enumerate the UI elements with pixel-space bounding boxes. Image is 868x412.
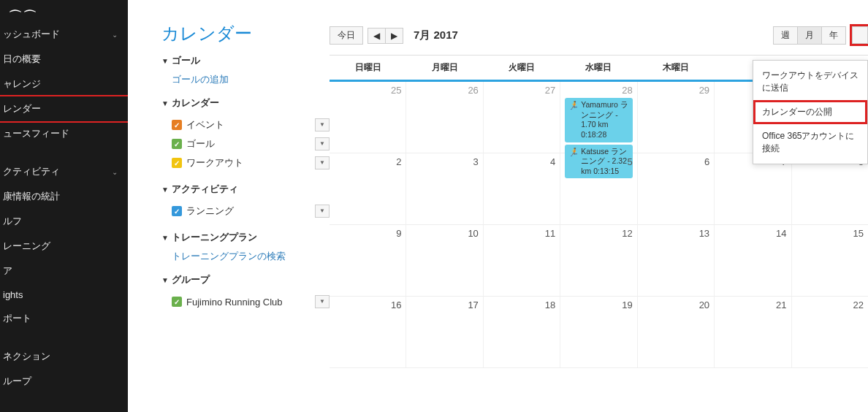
day-cell[interactable]: 9 bbox=[330, 225, 406, 296]
weekday-cell: 月曜日 bbox=[406, 56, 483, 80]
menu-send-workout[interactable]: ワークアウトをデバイスに送信 bbox=[753, 64, 867, 100]
section-training[interactable]: ▼トレーニングプラン bbox=[161, 231, 330, 244]
add-goal-link[interactable]: ゴールの追加 bbox=[161, 73, 330, 86]
day-number: 29 bbox=[642, 85, 709, 96]
filter-label: ワークアウト bbox=[186, 156, 243, 169]
day-cell[interactable]: 6 bbox=[638, 153, 715, 224]
sidebar-item[interactable]: ights bbox=[0, 283, 128, 306]
view-switch: 週 月 年 bbox=[773, 26, 846, 45]
day-number: 21 bbox=[719, 300, 786, 310]
day-cell[interactable]: 29 bbox=[638, 82, 715, 153]
chevron-down-icon: ⌄ bbox=[112, 31, 118, 39]
day-cell[interactable]: 15 bbox=[792, 225, 868, 296]
day-number: 18 bbox=[488, 300, 555, 310]
day-number: 15 bbox=[796, 228, 864, 239]
sidebar-item[interactable]: レンダー bbox=[0, 96, 128, 121]
day-cell[interactable]: 20 bbox=[638, 297, 715, 367]
day-number: 9 bbox=[334, 228, 401, 239]
day-number: 5 bbox=[565, 156, 632, 167]
day-cell[interactable]: 10 bbox=[406, 225, 483, 296]
day-number: 27 bbox=[488, 85, 555, 96]
calendar-options-button[interactable] bbox=[852, 26, 868, 44]
day-cell[interactable]: 11 bbox=[484, 225, 560, 296]
sidebar-item[interactable]: ネクション bbox=[0, 344, 128, 369]
day-number: 6 bbox=[642, 156, 709, 167]
checkbox[interactable]: ✓ bbox=[172, 120, 182, 130]
filter-dropdown-button[interactable]: ▼ bbox=[315, 118, 330, 131]
filter-row: ✓イベント▼ bbox=[161, 115, 330, 134]
month-nav: ◀ ▶ bbox=[368, 28, 403, 44]
day-cell[interactable]: 13 bbox=[638, 225, 715, 296]
sidebar-item[interactable]: 日の概要 bbox=[0, 47, 128, 72]
menu-connect-office365[interactable]: Office 365アカウントに接続 bbox=[753, 124, 867, 161]
prev-month-button[interactable]: ◀ bbox=[368, 28, 386, 43]
day-number: 14 bbox=[719, 228, 786, 239]
day-number: 22 bbox=[796, 300, 864, 310]
day-cell[interactable]: 25 bbox=[330, 82, 406, 153]
day-cell[interactable]: 14 bbox=[715, 225, 791, 296]
filter-dropdown-button[interactable]: ▼ bbox=[315, 137, 330, 150]
search-training-link[interactable]: トレーニングプランの検索 bbox=[161, 250, 330, 263]
checkbox[interactable]: ✓ bbox=[172, 297, 182, 307]
today-button[interactable]: 今日 bbox=[330, 26, 363, 45]
running-icon: 🏃 bbox=[568, 100, 579, 110]
filter-dropdown-button[interactable]: ▼ bbox=[315, 156, 330, 169]
filter-dropdown-button[interactable]: ▼ bbox=[315, 205, 330, 218]
weekday-cell: 日曜日 bbox=[330, 56, 406, 80]
sidebar-item[interactable]: ッシュボード⌄ bbox=[0, 22, 128, 47]
checkbox[interactable]: ✓ bbox=[172, 139, 182, 149]
day-cell[interactable]: 16 bbox=[330, 297, 406, 367]
sidebar-item[interactable]: ポート bbox=[0, 306, 128, 331]
section-group[interactable]: ▼グループ bbox=[161, 273, 330, 286]
day-number: 25 bbox=[334, 85, 401, 96]
day-cell[interactable]: 18 bbox=[484, 297, 560, 367]
filter-label: イベント bbox=[186, 118, 224, 131]
view-year-button[interactable]: 年 bbox=[822, 26, 846, 45]
sidebar-item[interactable]: ュースフィード bbox=[0, 121, 128, 146]
section-goal[interactable]: ▼ゴール bbox=[161, 54, 330, 67]
day-cell[interactable]: 3 bbox=[406, 153, 483, 224]
sidebar-item[interactable]: ャレンジ bbox=[0, 72, 128, 96]
day-cell[interactable]: 27 bbox=[484, 82, 560, 153]
filter-dropdown-button[interactable]: ▼ bbox=[315, 295, 330, 308]
day-number: 19 bbox=[565, 300, 632, 310]
day-number: 26 bbox=[411, 85, 478, 96]
filter-label: ランニング bbox=[186, 205, 234, 218]
day-number: 28 bbox=[565, 85, 632, 96]
sidebar-item[interactable]: コフィーケース bbox=[0, 407, 128, 412]
section-activity[interactable]: ▼アクティビティ bbox=[161, 183, 330, 196]
day-cell[interactable]: 26 bbox=[406, 82, 483, 153]
day-number: 12 bbox=[565, 228, 632, 239]
day-cell[interactable]: 21 bbox=[715, 297, 791, 367]
menu-publish-calendar[interactable]: カレンダーの公開 bbox=[753, 100, 867, 124]
day-cell[interactable]: 28🏃Yamamuro ランニング - 1.70 km 0:18:28🏃Kats… bbox=[560, 82, 637, 153]
day-cell[interactable]: 22 bbox=[792, 297, 868, 367]
checkbox[interactable]: ✓ bbox=[172, 206, 182, 216]
checkbox[interactable]: ✓ bbox=[172, 158, 182, 168]
sidebar-item[interactable]: ルフ bbox=[0, 209, 128, 234]
day-number: 13 bbox=[642, 228, 709, 239]
sidebar-item[interactable]: 康情報の統計 bbox=[0, 184, 128, 209]
section-calendar[interactable]: ▼カレンダー bbox=[161, 96, 330, 110]
day-cell[interactable]: 2 bbox=[330, 153, 406, 224]
day-number: 2 bbox=[334, 156, 401, 167]
day-cell[interactable]: 19 bbox=[560, 297, 637, 367]
day-number: 17 bbox=[411, 300, 478, 310]
sidebar-item[interactable]: クティビティ⌄ bbox=[0, 159, 128, 184]
day-number: 3 bbox=[411, 156, 478, 167]
view-month-button[interactable]: 月 bbox=[798, 26, 822, 45]
weekday-cell: 水曜日 bbox=[560, 56, 637, 80]
day-cell[interactable]: 17 bbox=[406, 297, 483, 367]
next-month-button[interactable]: ▶ bbox=[386, 28, 403, 43]
day-cell[interactable]: 12 bbox=[560, 225, 637, 296]
day-cell[interactable]: 4 bbox=[484, 153, 560, 224]
weekday-cell: 火曜日 bbox=[484, 56, 560, 80]
sidebar-item[interactable]: レーニング bbox=[0, 234, 128, 259]
filter-row: ✓ランニング▼ bbox=[161, 202, 330, 221]
filter-row: ✓Fujimino Running Club▼ bbox=[161, 292, 330, 311]
calendar-event[interactable]: 🏃Yamamuro ランニング - 1.70 km 0:18:28 bbox=[565, 98, 632, 142]
sidebar-item[interactable]: ループ bbox=[0, 369, 128, 394]
sidebar-item[interactable]: ア bbox=[0, 259, 128, 283]
view-week-button[interactable]: 週 bbox=[773, 26, 798, 45]
day-cell[interactable]: 5 bbox=[560, 153, 637, 224]
